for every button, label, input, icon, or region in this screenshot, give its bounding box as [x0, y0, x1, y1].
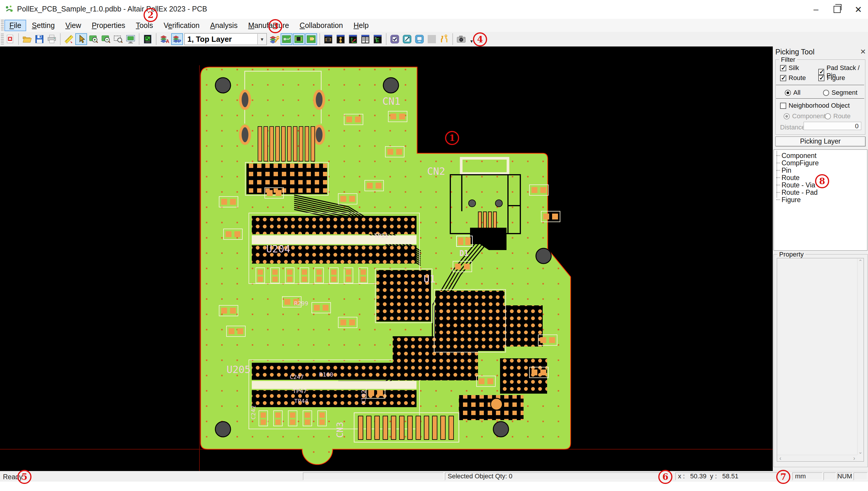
horizontal-scrollbar[interactable]: ‹ › [777, 455, 857, 461]
checkbox-icon [780, 103, 786, 109]
label-d1: D1 [459, 249, 469, 258]
panel-close-icon[interactable]: ✕ [860, 48, 866, 56]
picking-layer-button[interactable]: Picking Layer [775, 137, 865, 146]
layer-selector[interactable]: 1, Top Layer ▼ [184, 33, 267, 45]
axis-3d-icon[interactable] [347, 33, 359, 45]
layer-item-component[interactable]: Component [774, 152, 867, 160]
label-tp47: TP47 [293, 387, 307, 395]
picking-layer-list[interactable]: Component CompFigure Pin Route Route - V… [774, 149, 867, 251]
neighborhood-route-radio: Route [825, 112, 851, 120]
property-group-label: Property [777, 251, 805, 258]
scroll-left-icon[interactable]: ‹ [777, 455, 783, 461]
pin-window-icon[interactable] [335, 33, 347, 45]
toolbar: A P 1, Top Layer ▼ [0, 32, 868, 47]
net-window-icon[interactable]: E [372, 33, 384, 45]
checkbox-icon [780, 75, 786, 81]
toolbar-separator [386, 33, 387, 45]
bom-window-icon[interactable] [359, 33, 371, 45]
toolbar-separator [452, 33, 453, 45]
layer-item-route-pad[interactable]: Route - Pad [774, 189, 867, 196]
measure-ruler-icon[interactable] [63, 33, 75, 45]
menu-gripper[interactable] [1, 20, 4, 31]
menu-properties[interactable]: Properties [87, 20, 130, 31]
zoom-in-icon[interactable] [88, 33, 99, 45]
toolbar-gripper[interactable] [1, 33, 4, 45]
scope-segment-radio[interactable]: Segment [823, 89, 858, 96]
viewer-icon[interactable] [414, 33, 425, 45]
board-view-icon[interactable] [142, 33, 153, 45]
silk-display-icon[interactable] [305, 33, 317, 45]
options-tools-icon[interactable] [438, 33, 450, 45]
layer-item-figure[interactable]: Figure [774, 196, 867, 204]
filter-silk-checkbox[interactable]: Silk [780, 64, 799, 72]
close-document-icon[interactable] [4, 33, 16, 45]
toolbar-separator [60, 33, 61, 45]
zoom-fit-icon[interactable] [125, 33, 137, 45]
menu-analysis[interactable]: Analysis [205, 20, 243, 31]
zoom-out-icon[interactable] [100, 33, 112, 45]
status-selected-qty: Selected Object Qty: 0 [445, 472, 661, 480]
distance-label: Distance [780, 123, 805, 131]
zoom-window-icon[interactable] [112, 33, 124, 45]
menu-help[interactable]: Help [349, 20, 373, 31]
tree-trunk [777, 151, 777, 197]
status-units: mm [792, 472, 822, 480]
vertical-scrollbar[interactable]: ⌃ ⌄ [857, 259, 863, 455]
verification-icon[interactable] [389, 33, 400, 45]
title-bar: PollEx_PCB_Sample_r1.0.pdbb - Altair Pol… [0, 0, 868, 19]
print-icon[interactable] [46, 33, 58, 45]
toolbar-overflow-icon[interactable]: ▾ [470, 38, 473, 45]
distance-input[interactable]: 0 [804, 122, 861, 130]
menu-verification[interactable]: Verification [158, 20, 204, 31]
label-cn1: CN1 [382, 95, 400, 107]
filter-figure-checkbox[interactable]: Figure [818, 74, 845, 82]
scroll-right-icon[interactable]: › [851, 455, 857, 461]
toolbar-separator [18, 33, 19, 45]
label-r299: R299 [294, 300, 308, 307]
layer-item-pin[interactable]: Pin [774, 167, 867, 174]
component-display-icon[interactable] [293, 33, 305, 45]
layer-selector-dropdown-icon[interactable]: ▼ [258, 34, 267, 45]
window-title: PollEx_PCB_Sample_r1.0.pdbb - Altair Pol… [17, 5, 207, 13]
callout-2: 2 [144, 8, 158, 22]
status-empty-cell [854, 472, 867, 480]
filter-route-checkbox[interactable]: Route [780, 74, 806, 82]
status-num-lock: NUM [837, 472, 852, 480]
route-display-icon[interactable] [280, 33, 292, 45]
scroll-up-icon[interactable]: ⌃ [858, 259, 863, 264]
tree-twig-icon [776, 199, 780, 200]
component-window-icon[interactable] [322, 33, 334, 45]
radio-icon [825, 113, 831, 119]
status-bar: Ready Selected Object Qty: 0 x : 50.39 y… [0, 471, 868, 482]
close-button[interactable]: ✕ [850, 3, 867, 15]
save-icon[interactable] [33, 33, 45, 45]
menu-tools[interactable]: Tools [131, 20, 158, 31]
pcb-canvas[interactable]: CN1 CN2 CN3 U1 U204 U205 D1 C247 TP47 TP… [0, 47, 773, 471]
scope-all-radio[interactable]: All [785, 89, 800, 96]
menu-setting[interactable]: Setting [27, 20, 60, 31]
label-x102: X102 [360, 390, 367, 404]
menu-view[interactable]: View [60, 20, 86, 31]
label-tp44: TP44 [294, 398, 308, 405]
callout-1: 1 [445, 131, 459, 145]
select-cursor-icon[interactable] [75, 33, 87, 45]
neighborhood-object-checkbox[interactable]: Neighborhood Object [780, 102, 850, 110]
callout-3: 3 [268, 19, 282, 33]
snapshot-camera-icon[interactable] [455, 33, 467, 45]
separator [776, 85, 864, 86]
radio-icon [785, 90, 791, 96]
scroll-down-icon[interactable]: ⌄ [858, 449, 863, 455]
open-file-icon[interactable] [21, 33, 33, 45]
restore-button[interactable] [829, 3, 845, 15]
menu-collaboration[interactable]: Collaboration [295, 20, 348, 31]
layer-item-compfigure[interactable]: CompFigure [774, 160, 867, 167]
menu-file[interactable]: File [4, 20, 26, 31]
design-check-icon[interactable] [401, 33, 413, 45]
layer-all-icon[interactable]: A [159, 33, 171, 45]
minimize-button[interactable]: – [808, 3, 824, 15]
layer-current-icon[interactable]: P [171, 33, 183, 45]
layer-settings-icon[interactable] [268, 33, 280, 45]
pcb-board-drawing: CN1 CN2 CN3 U1 U204 U205 D1 C247 TP47 TP… [0, 47, 773, 471]
restore-icon [834, 6, 841, 13]
property-content[interactable]: ⌃ ⌄ ‹ › [777, 258, 864, 462]
